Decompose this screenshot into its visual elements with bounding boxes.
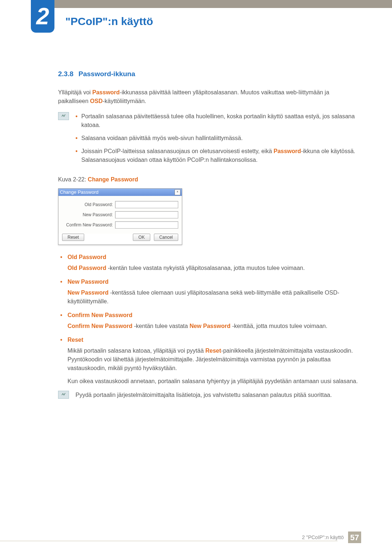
note-icon (58, 391, 69, 399)
old-password-row: Old Password: (62, 201, 178, 208)
page-header: 2 "PCoIP":n käyttö (0, 0, 392, 36)
old-password-label: Old Password: (62, 201, 113, 208)
def-title: Reset (68, 336, 361, 344)
section-title: Password-ikkuna (78, 70, 135, 78)
def-body: Mikäli portaalin salasana katoaa, ylläpi… (68, 346, 361, 386)
change-password-dialog: Change Password × Old Password: New Pass… (58, 188, 182, 245)
info-note: Portaalin salasanaa päivitettäessä tulee… (58, 112, 361, 169)
def-title: New Password (68, 278, 361, 286)
def-old-password: Old Password Old Password -kentän tulee … (58, 253, 361, 272)
page-content: 2.3.8Password-ikkuna Ylläpitäjä voi Pass… (58, 69, 361, 399)
section-number: 2.3.8 (58, 69, 73, 79)
confirm-password-input[interactable] (115, 221, 178, 229)
page-number: 57 (348, 532, 361, 543)
page-footer: 2 "PCoIP":n käyttö 57 (302, 532, 361, 543)
def-body: New Password -kentässä tulee olemaan uus… (68, 288, 361, 306)
info-bullet: Joissain PCoIP-laitteissa salasanasuojau… (75, 147, 361, 164)
note-text: Pyydä portaalin järjestelmätoimittajalta… (75, 391, 332, 399)
info-bullet: Salasana voidaan päivittää myös web-sivu… (75, 134, 361, 143)
new-password-input[interactable] (115, 211, 178, 218)
ok-button[interactable]: OK (133, 234, 150, 241)
info-bullet: Portaalin salasanaa päivitettäessä tulee… (75, 112, 361, 130)
definition-list: Old Password Old Password -kentän tulee … (58, 253, 361, 386)
reset-button[interactable]: Reset (62, 234, 84, 241)
dialog-buttons: Reset OK Cancel (58, 234, 182, 245)
def-title: Confirm New Password (68, 311, 361, 320)
chapter-title: "PCoIP":n käyttö (65, 13, 153, 29)
def-body: Old Password -kentän tulee vastata nykyi… (68, 264, 361, 272)
close-icon[interactable]: × (175, 189, 180, 195)
cancel-button[interactable]: Cancel (154, 234, 178, 241)
figure-caption: Kuva 2-22: Change Password (58, 175, 361, 184)
def-new-password: New Password New Password -kentässä tule… (58, 278, 361, 306)
info-bullets: Portaalin salasanaa päivitettäessä tulee… (75, 112, 361, 169)
header-strip (31, 0, 392, 8)
def-reset: Reset Mikäli portaalin salasana katoaa, … (58, 336, 361, 386)
intro-paragraph: Ylläpitäjä voi Password-ikkunassa päivit… (58, 88, 361, 106)
dialog-body: Old Password: New Password: Confirm New … (58, 196, 182, 234)
def-body: Confirm New Password -kentän tulee vasta… (68, 322, 361, 331)
dialog-titlebar: Change Password × (58, 189, 182, 196)
confirm-password-label: Confirm New Password: (62, 222, 113, 228)
footer-text: 2 "PCoIP":n käyttö (302, 534, 344, 541)
footer-note: Pyydä portaalin järjestelmätoimittajalta… (58, 391, 361, 399)
dialog-title: Change Password (60, 189, 98, 196)
footer-bar (0, 540, 338, 542)
note-icon (58, 112, 69, 120)
def-title: Old Password (68, 253, 361, 262)
new-password-row: New Password: (62, 211, 178, 218)
new-password-label: New Password: (62, 212, 113, 218)
chapter-number: 2 (36, 0, 49, 34)
section-heading: 2.3.8Password-ikkuna (58, 69, 361, 79)
chapter-number-badge: 2 (31, 0, 54, 33)
old-password-input[interactable] (115, 201, 178, 208)
confirm-password-row: Confirm New Password: (62, 221, 178, 229)
def-confirm-password: Confirm New Password Confirm New Passwor… (58, 311, 361, 331)
